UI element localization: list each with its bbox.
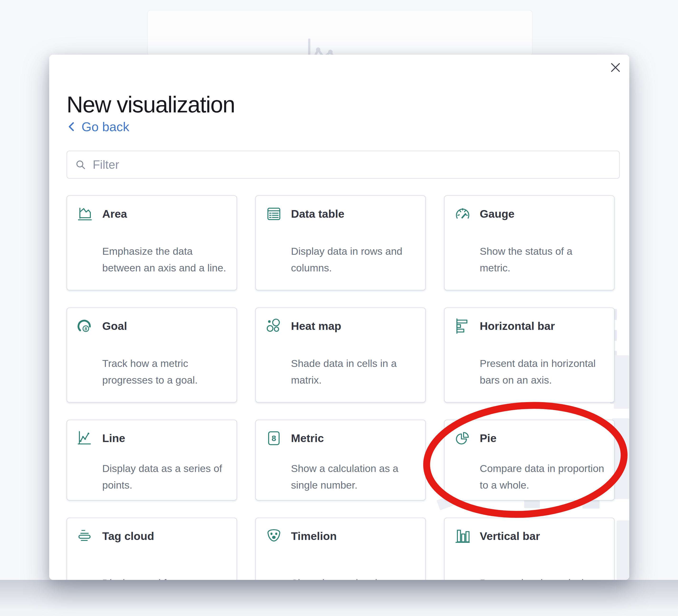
viz-card-line[interactable]: LineDisplay data as a series of points. [67,420,237,500]
new-visualization-modal: New visualization Go back AreaEmphasize … [49,55,629,580]
viz-card-pie[interactable]: PieCompare data in proportion to a whole… [444,420,614,500]
card-description: Show the status of a metric. [480,243,605,276]
modal-drop-shadow [0,580,678,616]
card-description: Track how a metric progresses to a goal. [102,355,227,388]
svg-text:8: 8 [272,434,276,443]
heat-map-icon [266,318,281,334]
card-description: Emphasize the data between an axis and a… [102,243,227,276]
timelion-icon [266,529,281,544]
card-title: Tag cloud [102,529,227,544]
card-title: Timelion [291,529,416,544]
gauge-icon [455,206,470,222]
visualization-grid: AreaEmphasize the data between an axis a… [67,195,614,580]
card-description: Show a calculation as a single number. [291,460,416,493]
go-back-label: Go back [81,119,129,134]
pie-chart-icon [455,431,470,446]
card-description: Present data in horizontal bars on an ax… [480,355,605,388]
card-description: Display data in rows and columns. [291,243,416,276]
card-title: Gauge [480,206,605,222]
viz-card-data-table[interactable]: Data tableDisplay data in rows and colum… [255,195,426,291]
background-page-card [147,10,532,56]
card-title: Pie [480,431,605,446]
search-icon [75,159,86,170]
viz-card-heat-map[interactable]: Heat mapShade data in cells in a matrix. [255,308,426,402]
vertical-bar-icon [455,529,470,544]
card-description: Display word frequency with font size. [102,575,227,580]
card-title: Heat map [291,318,416,334]
viz-card-horizontal-bar[interactable]: Horizontal barPresent data in horizontal… [444,308,614,402]
viz-card-vertical-bar[interactable]: Vertical barPresent data in vertical bar… [444,517,614,580]
area-chart-icon [77,206,93,222]
viz-card-metric[interactable]: 8MetricShow a calculation as a single nu… [255,420,426,500]
line-chart-placeholder-icon [305,38,340,56]
card-title: Metric [291,431,416,446]
card-description: Display data as a series of points. [102,460,227,493]
viz-card-tag-cloud[interactable]: Tag cloudDisplay word frequency with fon… [67,517,237,580]
filter-input[interactable] [92,158,611,172]
horizontal-bar-icon [455,318,470,334]
go-back-link[interactable]: Go back [67,119,129,134]
page-title: New visualization [67,91,235,118]
card-description: Shade data in cells in a matrix. [291,355,416,388]
card-description: Show time series data on a graph. [291,575,416,580]
card-title: Horizontal bar [480,318,605,334]
data-table-icon [266,206,281,222]
viz-card-area[interactable]: AreaEmphasize the data between an axis a… [67,195,237,291]
svg-text:8: 8 [85,326,87,331]
card-title: Line [102,431,227,446]
tag-cloud-icon [77,529,93,544]
chevron-left-icon [67,121,75,132]
viz-card-timelion[interactable]: TimelionShow time series data on a graph… [255,517,426,580]
goal-icon: 8 [77,318,93,334]
card-title: Data table [291,206,416,222]
card-title: Goal [102,318,227,334]
viz-card-goal[interactable]: 8GoalTrack how a metric progresses to a … [67,308,237,402]
card-description: Present data in vertical bars on an axis… [480,575,605,580]
card-title: Area [102,206,227,222]
close-button[interactable] [609,61,622,74]
card-description: Compare data in proportion to a whole. [480,460,605,493]
line-chart-icon [77,431,93,446]
metric-icon: 8 [266,431,281,446]
viz-card-gauge[interactable]: GaugeShow the status of a metric. [444,195,614,291]
close-icon [610,62,621,73]
card-title: Vertical bar [480,529,605,544]
filter-field [67,151,620,179]
